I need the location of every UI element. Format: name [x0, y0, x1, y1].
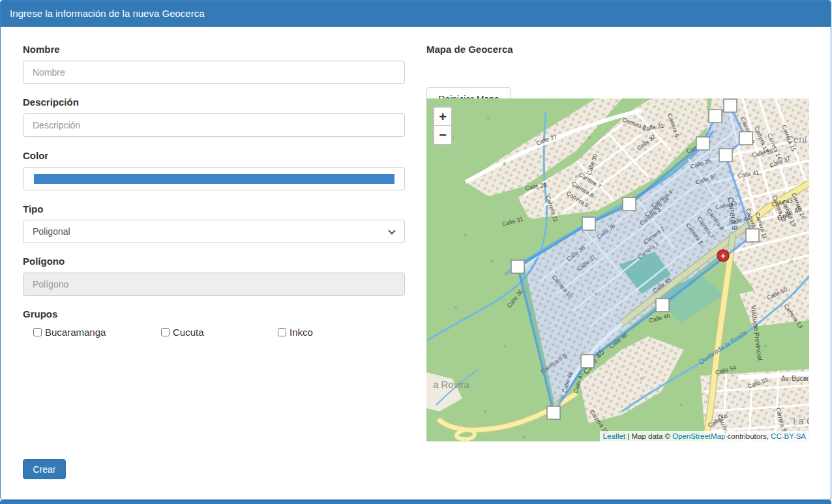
- grupos-label: Grupos: [23, 308, 57, 319]
- svg-text:a Rovira: a Rovira: [433, 379, 470, 390]
- descripcion-label: Descripción: [23, 96, 79, 108]
- zoom-out-button[interactable]: −: [434, 126, 451, 144]
- polygon-vertex-handle[interactable]: [724, 99, 737, 112]
- checkbox[interactable]: [161, 328, 170, 336]
- descripcion-input[interactable]: [23, 113, 405, 137]
- svg-text:La C: La C: [793, 415, 809, 426]
- leaflet-link[interactable]: Leaflet: [603, 432, 626, 440]
- nombre-label: Nombre: [23, 44, 60, 55]
- svg-text:Cent: Cent: [786, 134, 808, 145]
- red-plus-marker[interactable]: +: [717, 250, 729, 261]
- panel-body: Nombre Descripción Color Tipo Poligonal …: [1, 27, 831, 499]
- polygon-vertex-handle[interactable]: [623, 198, 636, 211]
- license-link[interactable]: CC-BY-SA: [771, 432, 806, 440]
- polygon-vertex-handle[interactable]: [719, 149, 732, 162]
- grupo-label: Cucuta: [173, 327, 204, 338]
- next-panel-heading-sliver: [0, 500, 831, 504]
- nombre-input[interactable]: [23, 61, 405, 84]
- grupo-checkbox-bucaramanga[interactable]: Bucaramanga: [33, 327, 106, 338]
- polygon-vertex-handle[interactable]: [547, 406, 560, 419]
- svg-text:+: +: [721, 251, 726, 261]
- grupo-label: Inkco: [290, 327, 313, 338]
- color-label: Color: [23, 150, 48, 161]
- zoom-control: + −: [433, 106, 453, 145]
- map-attribution: Leaflet | Map data © OpenStreetMap contr…: [600, 431, 810, 441]
- map-section-title: Mapa de Geocerca: [426, 44, 513, 55]
- polygon-vertex-handle[interactable]: [582, 217, 595, 230]
- grupo-checkbox-inkco[interactable]: Inkco: [278, 327, 313, 338]
- map-canvas: Calle 27Calle 28Carrera 11Carrera 7Carre…: [426, 98, 809, 441]
- attribution-prefix: Map data ©: [631, 432, 672, 440]
- attribution-middle: contributors,: [725, 432, 771, 440]
- polygon-vertex-handle[interactable]: [581, 355, 594, 368]
- leaflet-map[interactable]: Calle 27Calle 28Carrera 11Carrera 7Carre…: [426, 98, 809, 441]
- panel-title: Ingrese la información de la nueva Geoce…: [1, 1, 831, 27]
- svg-text:Av. Bucar: Av. Bucar: [781, 375, 809, 382]
- crear-button[interactable]: Crear: [23, 459, 66, 479]
- geofence-panel: Ingrese la información de la nueva Geoce…: [0, 0, 831, 500]
- poligono-input[interactable]: [23, 273, 405, 296]
- polygon-vertex-handle[interactable]: [739, 132, 752, 145]
- polygon-vertex-handle[interactable]: [511, 260, 524, 273]
- zoom-in-button[interactable]: +: [434, 108, 451, 126]
- grupo-label: Bucaramanga: [45, 327, 106, 338]
- checkbox[interactable]: [278, 328, 286, 336]
- attribution-separator: |: [625, 432, 631, 440]
- polygon-vertex-handle[interactable]: [696, 137, 709, 150]
- polygon-vertex-handle[interactable]: [746, 229, 759, 242]
- grupos-row: BucaramangaCucutaInkco: [33, 327, 405, 340]
- tipo-select[interactable]: Poligonal: [23, 220, 405, 243]
- osm-link[interactable]: OpenStreetMap: [672, 432, 725, 440]
- polygon-vertex-handle[interactable]: [656, 299, 669, 312]
- color-input[interactable]: [23, 167, 405, 190]
- tipo-label: Tipo: [23, 203, 43, 215]
- poligono-label: Polígono: [23, 256, 65, 267]
- checkbox[interactable]: [33, 328, 42, 336]
- grupo-checkbox-cucuta[interactable]: Cucuta: [161, 327, 204, 338]
- polygon-vertex-handle[interactable]: [709, 110, 722, 123]
- color-swatch: [34, 174, 394, 184]
